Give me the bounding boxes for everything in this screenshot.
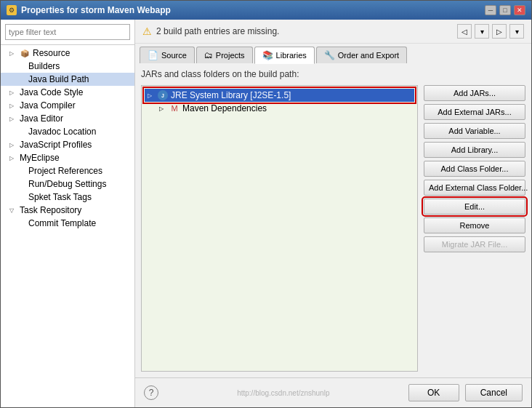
warning-bar: ⚠ 2 build path entries are missing. ◁ ▾ … xyxy=(135,20,531,44)
tab-order-export-label: Order and Export xyxy=(338,51,399,60)
sidebar-item-spket-task-tags[interactable]: Spket Task Tags xyxy=(1,191,134,204)
sidebar-item-javascript-profiles[interactable]: ▷ JavaScript Profiles xyxy=(1,138,134,151)
maximize-button[interactable]: □ xyxy=(499,5,511,15)
tab-order-export[interactable]: 🔧 Order and Export xyxy=(316,47,407,63)
expand-icon: ▷ xyxy=(9,116,17,122)
close-button[interactable]: ✕ xyxy=(514,5,525,15)
window-title: Properties for storm Maven Webapp xyxy=(21,5,171,15)
add-jars-button[interactable]: Add JARs... xyxy=(424,85,525,101)
maven-icon: M xyxy=(169,103,180,113)
jars-list[interactable]: ▷ J JRE System Library [J2SE-1.5] ▷ M Ma… xyxy=(141,85,418,372)
jars-label: JARs and class folders on the build path… xyxy=(141,69,525,81)
edit-button[interactable]: Edit... xyxy=(424,199,525,215)
sidebar-item-label: JavaScript Profiles xyxy=(20,140,92,150)
jre-expand-icon: ▷ xyxy=(148,92,155,99)
expand-icon: ▷ xyxy=(9,103,17,109)
sidebar-item-myeclipse[interactable]: ▷ MyEclipse xyxy=(1,151,134,164)
jar-item-label: Maven Dependencies xyxy=(182,103,267,113)
sidebar-item-java-editor[interactable]: ▷ Java Editor xyxy=(1,112,134,125)
source-tab-icon: 📄 xyxy=(148,50,158,60)
sidebar-item-javadoc-location[interactable]: Javadoc Location xyxy=(1,125,134,138)
help-button[interactable]: ? xyxy=(144,385,158,400)
sidebar-item-label: Spket Task Tags xyxy=(28,192,92,202)
jar-item-label: JRE System Library [J2SE-1.5] xyxy=(171,90,291,100)
sidebar-item-label: Javadoc Location xyxy=(28,127,96,137)
sidebar-item-label: MyEclipse xyxy=(20,153,60,163)
projects-tab-icon: 🗂 xyxy=(204,50,213,60)
watermark: http://blog.csdn.net/znshunlp xyxy=(237,389,329,397)
nav-arrows: ◁ ▾ ▷ ▾ xyxy=(457,24,524,39)
sidebar-item-java-code-style[interactable]: ▷ Java Code Style xyxy=(1,86,134,99)
tab-libraries-label: Libraries xyxy=(276,51,307,60)
window-icon: ⚙ xyxy=(7,5,17,15)
sidebar-item-label: Java Editor xyxy=(20,113,63,124)
sidebar-item-label: Run/Debug Settings xyxy=(28,179,106,189)
expand-icon: ▷ xyxy=(9,89,17,96)
warning-text: 2 build path entries are missing. xyxy=(156,26,279,36)
jars-area: ▷ J JRE System Library [J2SE-1.5] ▷ M Ma… xyxy=(141,85,525,372)
migrate-jar-button[interactable]: Migrate JAR File... xyxy=(424,236,525,252)
sidebar-item-resource[interactable]: ▷ 📦 Resource xyxy=(1,47,134,60)
resource-icon: 📦 xyxy=(20,48,30,58)
tab-projects-label: Projects xyxy=(216,51,245,60)
ok-cancel-area: OK Cancel xyxy=(408,384,523,401)
expand-icon: ▷ xyxy=(9,155,17,161)
tab-source-label: Source xyxy=(161,51,187,60)
order-export-tab-icon: 🔧 xyxy=(324,50,335,60)
sidebar-item-label: Commit Template xyxy=(28,218,96,228)
nav-dropdown-button[interactable]: ▾ xyxy=(475,24,489,39)
sidebar-item-label: Resource xyxy=(33,48,70,58)
jar-item-jre[interactable]: ▷ J JRE System Library [J2SE-1.5] xyxy=(145,89,414,102)
add-variable-button[interactable]: Add Variable... xyxy=(424,123,525,139)
nav-forward-button[interactable]: ▷ xyxy=(492,24,507,39)
minimize-button[interactable]: ─ xyxy=(485,5,496,15)
expand-icon: ▷ xyxy=(9,142,17,148)
sidebar-item-label: Builders xyxy=(28,61,60,71)
title-bar-left: ⚙ Properties for storm Maven Webapp xyxy=(7,5,171,15)
sidebar-item-label: Task Repository xyxy=(20,205,81,215)
sidebar-item-label: Java Compiler xyxy=(20,100,76,111)
sidebar-item-commit-template[interactable]: Commit Template xyxy=(1,217,134,230)
title-bar: ⚙ Properties for storm Maven Webapp ─ □ … xyxy=(1,1,531,20)
properties-dialog: ⚙ Properties for storm Maven Webapp ─ □ … xyxy=(0,0,532,408)
sidebar-item-label: Project References xyxy=(28,166,102,176)
expand-icon: ▷ xyxy=(9,50,17,57)
filter-box xyxy=(1,20,134,45)
nav-forward2-button[interactable]: ▾ xyxy=(509,24,524,39)
tab-libraries[interactable]: 📚 Libraries xyxy=(254,47,315,64)
sidebar-item-project-references[interactable]: Project References xyxy=(1,164,134,177)
tree-area: ▷ 📦 Resource Builders Java Build Path ▷ … xyxy=(1,45,134,407)
sidebar-item-label: Java Build Path xyxy=(28,74,89,84)
bottom-bar: ? http://blog.csdn.net/znshunlp OK Cance… xyxy=(135,377,531,407)
title-controls: ─ □ ✕ xyxy=(485,5,525,15)
sidebar-item-builders[interactable]: Builders xyxy=(1,60,134,73)
tab-projects[interactable]: 🗂 Projects xyxy=(196,47,253,63)
sidebar-item-label: Java Code Style xyxy=(20,87,83,97)
nav-back-button[interactable]: ◁ xyxy=(457,24,472,39)
sidebar-item-task-repository[interactable]: ▽ Task Repository xyxy=(1,204,134,217)
jar-item-maven[interactable]: ▷ M Maven Dependencies xyxy=(145,102,414,115)
add-library-button[interactable]: Add Library... xyxy=(424,142,525,158)
add-external-jars-button[interactable]: Add External JARs... xyxy=(424,104,525,120)
tab-source[interactable]: 📄 Source xyxy=(140,47,195,63)
left-panel: ▷ 📦 Resource Builders Java Build Path ▷ … xyxy=(1,20,135,407)
expand-icon: ▽ xyxy=(9,207,17,214)
content-area: ▷ 📦 Resource Builders Java Build Path ▷ … xyxy=(1,20,531,407)
add-external-class-folder-button[interactable]: Add External Class Folder... xyxy=(424,180,525,196)
ok-button[interactable]: OK xyxy=(408,384,459,401)
button-panel: Add JARs... Add External JARs... Add Var… xyxy=(424,85,525,372)
add-class-folder-button[interactable]: Add Class Folder... xyxy=(424,161,525,177)
sidebar-item-java-build-path[interactable]: Java Build Path xyxy=(1,73,134,86)
maven-expand-icon: ▷ xyxy=(159,105,166,112)
sidebar-item-java-compiler[interactable]: ▷ Java Compiler xyxy=(1,99,134,112)
tab-bar: 📄 Source 🗂 Projects 📚 Libraries 🔧 Order … xyxy=(135,44,531,63)
sidebar-item-run-debug-settings[interactable]: Run/Debug Settings xyxy=(1,177,134,191)
jre-icon: J xyxy=(158,90,168,100)
libraries-tab-icon: 📚 xyxy=(262,50,273,60)
filter-input[interactable] xyxy=(5,24,130,40)
remove-button[interactable]: Remove xyxy=(424,217,525,233)
cancel-button[interactable]: Cancel xyxy=(465,384,523,401)
right-panel: ⚠ 2 build path entries are missing. ◁ ▾ … xyxy=(135,20,531,407)
warning-icon: ⚠ xyxy=(142,25,152,37)
main-content: JARs and class folders on the build path… xyxy=(135,63,531,377)
